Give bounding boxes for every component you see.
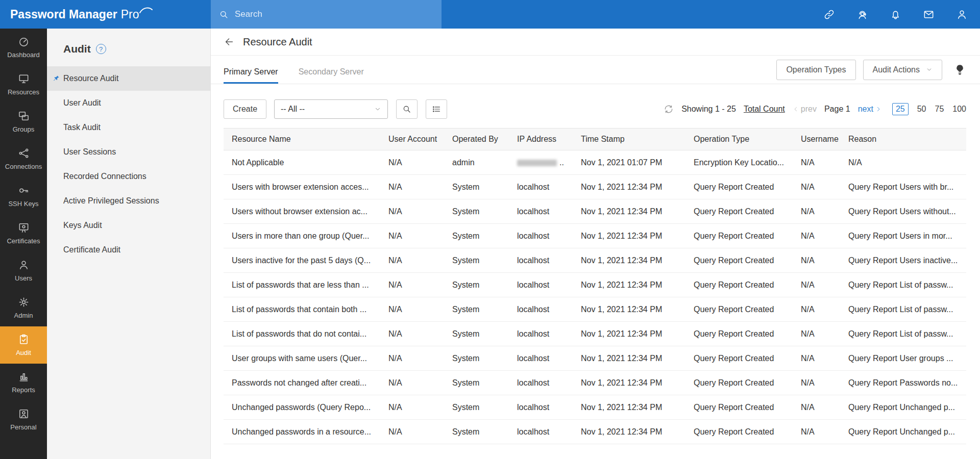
audit-actions-button[interactable]: Audit Actions	[863, 60, 943, 80]
table-row[interactable]: Users inactive for the past 5 days (Q...…	[224, 248, 966, 273]
sidebar-item-personal[interactable]: Personal	[0, 401, 47, 438]
subnav-item-active-privileged-sessions[interactable]: Active Privileged Sessions	[47, 189, 210, 213]
subnav-item-label: Active Privileged Sessions	[63, 196, 159, 206]
column-header-resource[interactable]: Resource Name	[224, 129, 380, 150]
cell-optype: Query Report Created	[685, 420, 793, 444]
table-row[interactable]: Users with browser extension acces...N/A…	[224, 175, 966, 199]
tab-primary-server[interactable]: Primary Server	[224, 67, 278, 84]
cell-operated: System	[444, 322, 509, 346]
search-input[interactable]	[235, 9, 433, 19]
table-row[interactable]: List of passwords that contain both ...N…	[224, 297, 966, 322]
back-arrow-icon[interactable]	[224, 36, 235, 47]
sidebar-item-ssh-keys[interactable]: SSH Keys	[0, 177, 47, 215]
prev-page-button[interactable]: prev	[793, 105, 817, 114]
chevron-right-icon	[875, 106, 881, 112]
table-row[interactable]: Not ApplicableN/Aadmin..Nov 1, 2021 01:0…	[224, 150, 966, 175]
subnav-item-label: User Audit	[63, 98, 101, 108]
cell-resource: Unchanged passwords in a resource...	[224, 420, 380, 444]
help-icon[interactable]: ?	[96, 44, 106, 54]
link-icon[interactable]	[823, 9, 835, 20]
column-header-operated[interactable]: Operated By	[444, 129, 509, 150]
cell-time: Nov 1, 2021 12:34 PM	[573, 273, 685, 297]
cell-time: Nov 1, 2021 12:34 PM	[573, 175, 685, 199]
subnav-item-label: Certificate Audit	[63, 245, 120, 254]
column-header-optype[interactable]: Operation Type	[685, 129, 793, 150]
column-header-username[interactable]: Username	[793, 129, 840, 150]
subnav-item-label: Task Audit	[63, 123, 101, 132]
table-row[interactable]: Users without browser extension ac...N/A…	[224, 199, 966, 224]
cell-optype: Query Report Created	[685, 395, 793, 420]
sidebar-item-users[interactable]: Users	[0, 252, 47, 289]
sidebar-item-label: Personal	[10, 423, 36, 431]
total-count-link[interactable]: Total Count	[744, 105, 785, 114]
create-button[interactable]: Create	[224, 99, 266, 119]
operation-types-label: Operation Types	[786, 65, 846, 74]
tab-secondary-server[interactable]: Secondary Server	[299, 67, 364, 84]
column-header-time[interactable]: Time Stamp	[573, 129, 685, 150]
sidebar-item-connections[interactable]: Connections	[0, 140, 47, 177]
table-search-button[interactable]	[396, 99, 418, 119]
cell-operated: System	[444, 371, 509, 395]
page-indicator: Page 1	[824, 105, 850, 114]
next-page-button[interactable]: next	[858, 105, 881, 114]
sidebar-item-dashboard[interactable]: Dashboard	[0, 29, 47, 66]
cell-account: N/A	[380, 395, 444, 420]
table-row[interactable]: List of passwords that do not contai...N…	[224, 322, 966, 346]
page-size-75[interactable]: 75	[935, 105, 944, 114]
cell-resource: List of passwords that contain both ...	[224, 297, 380, 322]
sidebar-item-admin[interactable]: Admin	[0, 289, 47, 326]
refresh-icon[interactable]	[664, 104, 674, 114]
column-header-ip[interactable]: IP Address	[509, 129, 573, 150]
page-size-100[interactable]: 100	[952, 105, 966, 114]
cell-time: Nov 1, 2021 12:34 PM	[573, 371, 685, 395]
table-row[interactable]: Users in more than one group (Quer...N/A…	[224, 224, 966, 248]
cell-reason: Query Report Passwords no...	[840, 371, 966, 395]
operation-types-button[interactable]: Operation Types	[776, 60, 855, 80]
cell-reason: Query Report Users without...	[840, 199, 966, 224]
sidebar-item-groups[interactable]: Groups	[0, 103, 47, 140]
bell-icon[interactable]	[890, 9, 901, 20]
subnav-item-task-audit[interactable]: Task Audit	[47, 115, 210, 140]
certificate-icon	[18, 222, 30, 234]
user-icon[interactable]	[956, 9, 968, 20]
gauge-icon	[18, 36, 30, 47]
subnav-item-user-audit[interactable]: User Audit	[47, 91, 210, 115]
cell-account: N/A	[380, 150, 444, 175]
subnav-item-recorded-connections[interactable]: Recorded Connections	[47, 164, 210, 189]
sidebar-item-reports[interactable]: Reports	[0, 364, 47, 401]
subnav-item-user-sessions[interactable]: User Sessions	[47, 140, 210, 164]
support-icon[interactable]	[856, 9, 868, 20]
sidebar-item-resources[interactable]: Resources	[0, 66, 47, 103]
subnav-item-keys-audit[interactable]: Keys Audit	[47, 213, 210, 238]
table-row[interactable]: Passwords not changed after creati...N/A…	[224, 371, 966, 395]
table-row[interactable]: List of passwords that are less than ...…	[224, 273, 966, 297]
pin-icon	[53, 74, 60, 82]
cell-ip: localhost	[509, 322, 573, 346]
subnav-item-label: Keys Audit	[63, 221, 102, 230]
cell-operated: System	[444, 420, 509, 444]
global-search[interactable]	[211, 0, 442, 29]
lightbulb-icon[interactable]	[953, 63, 966, 76]
cell-operated: System	[444, 395, 509, 420]
table-row[interactable]: Unchanged passwords (Query Repo...N/ASys…	[224, 395, 966, 420]
column-header-account[interactable]: User Account	[380, 129, 444, 150]
table-row[interactable]: User groups with same users (Quer...N/AS…	[224, 346, 966, 371]
page-size-50[interactable]: 50	[917, 105, 926, 114]
subnav-item-resource-audit[interactable]: Resource Audit	[47, 66, 210, 91]
mail-icon[interactable]	[923, 9, 935, 20]
sidebar-item-certificates[interactable]: Certificates	[0, 215, 47, 252]
cell-operated: System	[444, 273, 509, 297]
search-icon	[219, 10, 229, 19]
connections-icon	[18, 147, 30, 159]
sidebar-item-audit[interactable]: Audit	[0, 326, 47, 364]
column-chooser-button[interactable]	[426, 99, 447, 119]
tabs-row: Primary ServerSecondary Server Operation…	[211, 56, 980, 84]
page-size-25[interactable]: 25	[892, 103, 909, 115]
cell-resource: Users without browser extension ac...	[224, 199, 380, 224]
table-row[interactable]: Unchanged passwords in a resource...N/AS…	[224, 420, 966, 444]
app-logo: Password Manager Pro	[10, 0, 153, 29]
column-header-reason[interactable]: Reason	[840, 129, 966, 150]
subnav-item-certificate-audit[interactable]: Certificate Audit	[47, 238, 210, 262]
filter-select[interactable]: -- All --	[274, 99, 388, 119]
cell-operated: System	[444, 297, 509, 322]
